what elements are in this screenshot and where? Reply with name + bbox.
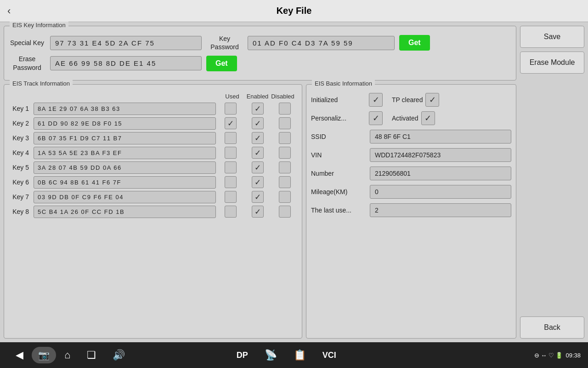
key-2-disabled[interactable] xyxy=(272,117,297,129)
content-area: EIS Key Information Special Key 97 73 31… xyxy=(4,26,516,339)
key-6-value: 0B 6C 94 8B 61 41 F6 7F xyxy=(34,176,216,189)
vin-row: VIN WDD1724482F075823 xyxy=(311,148,511,162)
eis-basic-panel: EIS Basic Information Initialized TP cle… xyxy=(306,84,516,339)
key-4-label: Key 4 xyxy=(9,149,32,156)
col-disabled-header: Disabled xyxy=(270,93,295,100)
taskbar-back-button[interactable]: ◀ xyxy=(7,349,32,361)
taskbar-vci-button[interactable]: VCI xyxy=(314,349,345,361)
taskbar-camera-button[interactable]: 📷 xyxy=(32,347,56,363)
taskbar-status: ⊖ ↔ ♡ 🔋 09:38 xyxy=(534,352,581,359)
tp-cleared-checkbox[interactable] xyxy=(425,93,439,107)
key-7-used[interactable] xyxy=(218,191,243,203)
initialized-checkbox[interactable] xyxy=(369,93,383,107)
number-row: Number 2129056801 xyxy=(311,167,511,180)
taskbar-dp-button[interactable]: DP xyxy=(228,349,256,361)
number-value: 2129056801 xyxy=(370,167,511,180)
page-title: Key File xyxy=(277,6,312,16)
personalized-pair: Personaliz... xyxy=(311,111,383,125)
special-key-row: Special Key 97 73 31 E4 5D 2A CF 75 Key … xyxy=(9,34,511,51)
save-button[interactable]: Save xyxy=(520,26,584,48)
lower-area: EIS Track Information Used Enabled Disab… xyxy=(4,84,516,339)
special-key-label: Special Key xyxy=(9,39,45,47)
last-use-row: The last use... 2 xyxy=(311,203,511,217)
key-4-used[interactable] xyxy=(218,147,243,159)
track-header: Used Enabled Disabled xyxy=(9,93,297,100)
track-rows: Key 18A 1E 29 07 6A 38 B3 63Key 261 DD 9… xyxy=(9,103,297,218)
key-5-label: Key 5 xyxy=(9,164,32,171)
track-row: Key 41A 53 5A 5E 23 BA F3 EF xyxy=(9,147,297,159)
key-4-value: 1A 53 5A 5E 23 BA F3 EF xyxy=(34,147,216,159)
key-4-disabled[interactable] xyxy=(272,147,297,159)
track-row: Key 703 9D DB 0F C9 F6 FE 04 xyxy=(9,191,297,203)
key-password-label: Key Password xyxy=(206,34,243,51)
ssid-label: SSID xyxy=(311,133,366,140)
initialized-label: Initialized xyxy=(311,96,366,104)
activated-pair: Activated xyxy=(390,111,435,125)
get-erase-button[interactable]: Get xyxy=(206,56,237,71)
initialized-pair: Initialized xyxy=(311,93,383,107)
eis-basic-title: EIS Basic Information xyxy=(312,80,375,87)
key-8-value: 5C B4 1A 26 0F CC FD 1B xyxy=(34,206,216,218)
key-3-used[interactable] xyxy=(218,132,243,144)
ssid-row: SSID 48 8F 6F C1 xyxy=(311,130,511,144)
col-enabled-header: Enabled xyxy=(245,93,270,100)
key-5-disabled[interactable] xyxy=(272,161,297,173)
key-7-enabled[interactable] xyxy=(245,191,270,203)
vin-value: WDD1724482F075823 xyxy=(370,148,511,162)
track-row: Key 60B 6C 94 8B 61 41 F6 7F xyxy=(9,176,297,189)
key-5-used[interactable] xyxy=(218,161,243,173)
mileage-label: Mileage(KM) xyxy=(311,188,366,196)
taskbar-home-button[interactable]: ⌂ xyxy=(56,349,79,361)
taskbar-volume-button[interactable]: 🔊 xyxy=(104,349,133,361)
key-8-enabled[interactable] xyxy=(245,206,270,218)
key-8-disabled[interactable] xyxy=(272,206,297,218)
key-7-disabled[interactable] xyxy=(272,191,297,203)
key-1-enabled[interactable] xyxy=(245,103,270,115)
back-button[interactable]: ‹ xyxy=(7,6,11,16)
key-1-disabled[interactable] xyxy=(272,103,297,115)
key-7-value: 03 9D DB 0F C9 F6 FE 04 xyxy=(34,191,216,203)
eis-track-panel: EIS Track Information Used Enabled Disab… xyxy=(4,84,302,339)
key-3-label: Key 3 xyxy=(9,134,32,142)
taskbar: ◀ 📷 ⌂ ❏ 🔊 DP 📡 📋 VCI ⊖ ↔ ♡ 🔋 09:38 xyxy=(0,342,588,368)
main-area: EIS Key Information Special Key 97 73 31… xyxy=(0,22,588,342)
key-6-enabled[interactable] xyxy=(245,176,270,188)
key-8-used[interactable] xyxy=(218,206,243,218)
taskbar-clipboard-button[interactable]: 📋 xyxy=(285,349,314,361)
key-5-enabled[interactable] xyxy=(245,161,270,173)
status-icons: ⊖ ↔ ♡ 🔋 xyxy=(534,352,563,359)
personalized-checkbox[interactable] xyxy=(369,111,383,125)
mileage-value: 0 xyxy=(370,185,511,199)
taskbar-cast-button[interactable]: 📡 xyxy=(256,349,285,361)
key-2-enabled[interactable] xyxy=(245,117,270,129)
special-key-value: 97 73 31 E4 5D 2A CF 75 xyxy=(50,36,202,50)
erase-password-row: Erase Password AE 66 99 58 8D DE E1 45 G… xyxy=(9,55,511,71)
key-1-value: 8A 1E 29 07 6A 38 B3 63 xyxy=(34,103,216,115)
key-6-used[interactable] xyxy=(218,176,243,188)
erase-password-label: Erase Password xyxy=(9,55,45,71)
personalized-row: Personaliz... Activated xyxy=(311,111,511,125)
activated-checkbox[interactable] xyxy=(421,111,435,125)
col-used-header: Used xyxy=(220,93,245,100)
number-label: Number xyxy=(311,170,366,177)
key-3-enabled[interactable] xyxy=(245,132,270,144)
header: ‹ Key File xyxy=(0,0,588,22)
erase-module-button[interactable]: Erase Module xyxy=(520,52,584,74)
key-2-label: Key 2 xyxy=(9,120,32,127)
key-3-disabled[interactable] xyxy=(272,132,297,144)
key-1-used[interactable] xyxy=(218,103,243,115)
key-6-disabled[interactable] xyxy=(272,176,297,188)
erase-password-value: AE 66 99 58 8D DE E1 45 xyxy=(50,56,202,70)
get-password-button[interactable]: Get xyxy=(399,35,430,51)
vin-label: VIN xyxy=(311,151,366,159)
activated-label: Activated xyxy=(392,115,418,122)
key-password-value: 01 AD F0 C4 D3 7A 59 59 xyxy=(248,36,395,50)
eis-key-title: EIS Key Information xyxy=(10,22,68,29)
key-2-used[interactable] xyxy=(218,117,243,129)
track-row: Key 53A 28 07 4B 59 DD 0A 66 xyxy=(9,161,297,174)
key-5-value: 3A 28 07 4B 59 DD 0A 66 xyxy=(34,161,216,174)
back-sidebar-button[interactable]: Back xyxy=(520,316,584,339)
key-4-enabled[interactable] xyxy=(245,147,270,159)
eis-track-title: EIS Track Information xyxy=(10,80,73,87)
taskbar-copy-button[interactable]: ❏ xyxy=(79,349,104,361)
